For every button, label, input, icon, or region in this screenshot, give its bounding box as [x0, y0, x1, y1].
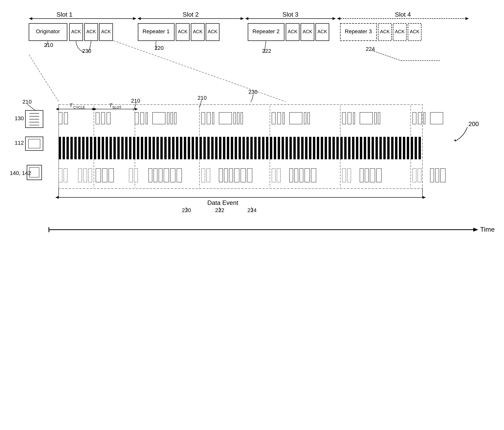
svg-rect-111: [88, 168, 92, 182]
svg-rect-117: [149, 168, 152, 182]
repeater1-box-label: Repeater 1: [143, 28, 170, 35]
svg-marker-11: [466, 17, 469, 20]
svg-rect-69: [64, 112, 68, 124]
svg-rect-96: [360, 112, 373, 124]
ref-210-left: 210: [22, 99, 32, 105]
svg-rect-113: [102, 168, 107, 182]
svg-rect-112: [96, 168, 101, 182]
slot3-label: Slot 3: [282, 11, 298, 18]
svg-rect-52: [28, 139, 40, 148]
ref-200: 200: [468, 120, 479, 127]
svg-rect-115: [129, 168, 133, 182]
svg-rect-70: [96, 112, 99, 124]
svg-rect-129: [241, 168, 246, 182]
svg-text:ACK: ACK: [71, 29, 81, 34]
svg-text:ACK: ACK: [288, 29, 297, 34]
svg-marker-8: [333, 17, 336, 20]
svg-marker-151: [423, 196, 426, 199]
svg-marker-5: [241, 17, 244, 20]
svg-rect-82: [212, 112, 214, 124]
svg-rect-109: [78, 168, 82, 182]
svg-rect-146: [430, 168, 434, 182]
svg-rect-92: [308, 112, 310, 124]
ref-230-bottom: 230: [248, 89, 258, 95]
svg-rect-83: [219, 112, 232, 124]
svg-rect-73: [135, 112, 138, 124]
svg-rect-97: [375, 112, 377, 124]
svg-rect-147: [435, 168, 439, 182]
svg-rect-120: [164, 168, 169, 182]
svg-text:ACK: ACK: [317, 29, 327, 34]
svg-rect-88: [277, 112, 281, 124]
svg-rect-98: [378, 112, 380, 124]
svg-rect-94: [348, 112, 351, 124]
svg-rect-126: [224, 168, 228, 182]
svg-text:ACK: ACK: [380, 29, 390, 34]
svg-line-42: [29, 55, 59, 102]
svg-rect-148: [441, 168, 445, 182]
svg-text:ACK: ACK: [395, 29, 405, 34]
ref-210-bottom-mid: 210: [198, 95, 207, 101]
svg-text:ACK: ACK: [101, 29, 111, 34]
svg-marker-7: [245, 17, 248, 20]
svg-rect-143: [377, 168, 381, 182]
svg-marker-155: [473, 228, 478, 232]
svg-marker-2: [133, 17, 136, 20]
svg-line-43: [113, 41, 286, 102]
svg-marker-1: [29, 17, 32, 20]
svg-text:ACK: ACK: [86, 29, 96, 34]
svg-rect-145: [418, 168, 421, 182]
ref-210-bottom-left: 210: [131, 98, 140, 104]
svg-rect-132: [277, 168, 280, 182]
svg-rect-99: [413, 112, 416, 124]
svg-rect-107: [59, 168, 62, 182]
svg-marker-10: [337, 17, 340, 20]
svg-rect-91: [304, 112, 306, 124]
svg-rect-139: [347, 168, 351, 182]
svg-rect-118: [154, 168, 157, 182]
svg-rect-142: [370, 168, 375, 182]
ref-224-top: 224: [366, 46, 375, 52]
repeater2-box-label: Repeater 2: [252, 28, 280, 35]
svg-rect-144: [413, 168, 416, 182]
ref-130: 130: [15, 115, 24, 121]
svg-rect-86: [241, 112, 243, 124]
svg-text:ACK: ACK: [303, 29, 312, 34]
svg-rect-123: [201, 168, 205, 182]
svg-rect-75: [146, 112, 147, 124]
svg-rect-76: [153, 112, 165, 124]
svg-rect-68: [59, 112, 62, 124]
svg-rect-101: [424, 112, 425, 124]
svg-marker-150: [55, 196, 59, 199]
svg-rect-108: [64, 168, 67, 182]
svg-rect-77: [167, 112, 169, 124]
svg-rect-122: [177, 168, 182, 182]
time-label: Time: [480, 226, 495, 233]
svg-rect-100: [418, 112, 422, 124]
data-event-label: Data Event: [207, 199, 238, 206]
svg-text:ACK: ACK: [193, 29, 202, 34]
svg-rect-102: [430, 112, 443, 124]
svg-text:ACK: ACK: [410, 29, 419, 34]
svg-rect-136: [305, 168, 310, 182]
svg-rect-119: [159, 168, 162, 182]
tcycle-label: T: [69, 102, 73, 108]
svg-marker-58: [56, 108, 59, 110]
svg-rect-104: [59, 137, 423, 159]
slot1-label: Slot 1: [56, 11, 72, 18]
svg-rect-110: [83, 168, 87, 182]
svg-rect-93: [342, 112, 346, 124]
svg-rect-137: [311, 168, 316, 182]
ref-140-142: 140, 142: [10, 170, 31, 176]
svg-rect-87: [272, 112, 275, 124]
ref-210-top: 210: [44, 42, 53, 48]
svg-line-40: [372, 50, 401, 61]
svg-rect-138: [342, 168, 346, 182]
svg-rect-124: [207, 168, 210, 182]
tslot-sub: SLOT: [112, 105, 121, 109]
svg-rect-71: [101, 112, 105, 124]
ref-222-top: 222: [262, 48, 271, 54]
slot2-label: Slot 2: [183, 11, 199, 18]
tcycle-sub: CYCLE: [73, 105, 85, 109]
svg-rect-116: [134, 168, 138, 182]
